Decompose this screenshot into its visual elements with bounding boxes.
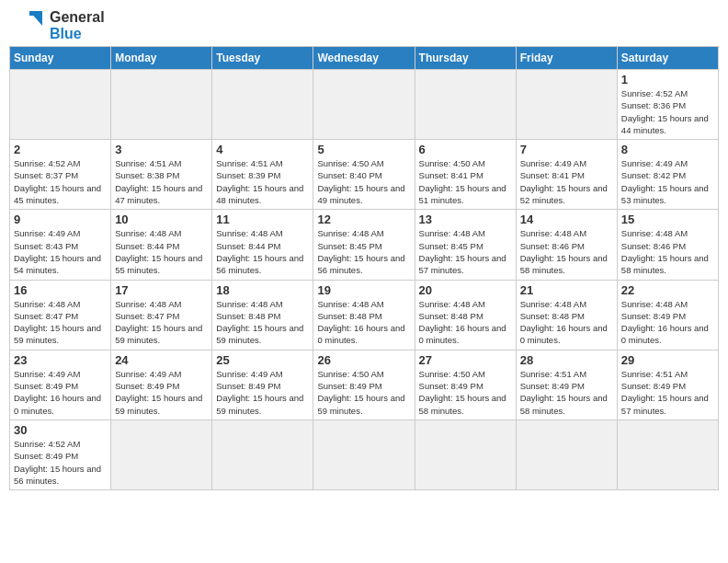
day-number: 18	[216, 283, 309, 297]
calendar-cell: 1Sunrise: 4:52 AM Sunset: 8:36 PM Daylig…	[617, 70, 718, 140]
calendar-cell: 30Sunrise: 4:52 AM Sunset: 8:49 PM Dayli…	[10, 419, 111, 489]
day-number: 4	[216, 143, 309, 156]
day-number: 30	[14, 423, 107, 437]
day-number: 26	[317, 353, 410, 367]
calendar-cell: 16Sunrise: 4:48 AM Sunset: 8:47 PM Dayli…	[10, 280, 111, 350]
column-header-tuesday: Tuesday	[212, 47, 313, 70]
day-number: 8	[621, 143, 714, 156]
day-info: Sunrise: 4:48 AM Sunset: 8:44 PM Dayligh…	[216, 227, 309, 276]
day-info: Sunrise: 4:49 AM Sunset: 8:41 PM Dayligh…	[520, 157, 613, 206]
calendar-cell	[415, 70, 516, 140]
calendar-cell: 19Sunrise: 4:48 AM Sunset: 8:48 PM Dayli…	[313, 280, 415, 350]
day-number: 19	[317, 283, 410, 297]
calendar-cell: 8Sunrise: 4:49 AM Sunset: 8:42 PM Daylig…	[617, 140, 718, 210]
day-number: 9	[14, 213, 107, 226]
day-info: Sunrise: 4:48 AM Sunset: 8:45 PM Dayligh…	[317, 227, 410, 276]
day-number: 10	[115, 213, 208, 226]
calendar-cell	[516, 419, 617, 489]
calendar-cell: 23Sunrise: 4:49 AM Sunset: 8:49 PM Dayli…	[10, 350, 111, 419]
svg-rect-1	[29, 11, 42, 16]
logo-text: GeneralBlue	[50, 9, 105, 41]
day-number: 11	[216, 213, 309, 226]
calendar-cell	[212, 419, 313, 489]
column-header-friday: Friday	[516, 47, 617, 70]
day-number: 21	[520, 283, 613, 297]
calendar-cell: 25Sunrise: 4:49 AM Sunset: 8:49 PM Dayli…	[212, 350, 313, 419]
calendar-cell: 14Sunrise: 4:48 AM Sunset: 8:46 PM Dayli…	[516, 210, 617, 280]
day-info: Sunrise: 4:48 AM Sunset: 8:45 PM Dayligh…	[419, 227, 512, 276]
calendar-cell: 29Sunrise: 4:51 AM Sunset: 8:49 PM Dayli…	[617, 350, 718, 419]
calendar-cell	[313, 419, 415, 489]
logo-svg	[9, 9, 46, 42]
day-number: 29	[621, 353, 714, 367]
day-info: Sunrise: 4:48 AM Sunset: 8:47 PM Dayligh…	[115, 298, 208, 347]
day-info: Sunrise: 4:48 AM Sunset: 8:48 PM Dayligh…	[520, 298, 613, 347]
day-info: Sunrise: 4:48 AM Sunset: 8:46 PM Dayligh…	[520, 227, 613, 276]
calendar-cell	[617, 419, 718, 489]
day-info: Sunrise: 4:52 AM Sunset: 8:49 PM Dayligh…	[14, 438, 107, 487]
calendar-cell: 2Sunrise: 4:52 AM Sunset: 8:37 PM Daylig…	[10, 140, 111, 210]
day-info: Sunrise: 4:50 AM Sunset: 8:49 PM Dayligh…	[419, 368, 512, 417]
calendar-cell: 9Sunrise: 4:49 AM Sunset: 8:43 PM Daylig…	[10, 210, 111, 280]
day-info: Sunrise: 4:50 AM Sunset: 8:40 PM Dayligh…	[317, 157, 410, 206]
calendar-cell: 10Sunrise: 4:48 AM Sunset: 8:44 PM Dayli…	[111, 210, 212, 280]
day-info: Sunrise: 4:49 AM Sunset: 8:49 PM Dayligh…	[115, 368, 208, 417]
calendar-cell	[415, 419, 516, 489]
day-number: 28	[520, 353, 613, 367]
calendar-cell: 24Sunrise: 4:49 AM Sunset: 8:49 PM Dayli…	[111, 350, 212, 419]
day-info: Sunrise: 4:49 AM Sunset: 8:43 PM Dayligh…	[14, 227, 107, 276]
calendar-cell: 11Sunrise: 4:48 AM Sunset: 8:44 PM Dayli…	[212, 210, 313, 280]
day-info: Sunrise: 4:52 AM Sunset: 8:37 PM Dayligh…	[14, 157, 107, 206]
day-info: Sunrise: 4:48 AM Sunset: 8:47 PM Dayligh…	[14, 298, 107, 347]
calendar-cell: 28Sunrise: 4:51 AM Sunset: 8:49 PM Dayli…	[516, 350, 617, 419]
day-number: 20	[419, 283, 512, 297]
day-info: Sunrise: 4:50 AM Sunset: 8:41 PM Dayligh…	[419, 157, 512, 206]
logo-general-text: General	[50, 9, 105, 26]
day-number: 12	[317, 213, 410, 226]
day-number: 22	[621, 283, 714, 297]
calendar-cell: 21Sunrise: 4:48 AM Sunset: 8:48 PM Dayli…	[516, 280, 617, 350]
day-number: 2	[14, 143, 107, 156]
day-info: Sunrise: 4:51 AM Sunset: 8:49 PM Dayligh…	[520, 368, 613, 417]
day-info: Sunrise: 4:51 AM Sunset: 8:39 PM Dayligh…	[216, 157, 309, 206]
day-number: 6	[419, 143, 512, 156]
calendar-cell: 26Sunrise: 4:50 AM Sunset: 8:49 PM Dayli…	[313, 350, 415, 419]
day-info: Sunrise: 4:48 AM Sunset: 8:46 PM Dayligh…	[621, 227, 714, 276]
column-header-thursday: Thursday	[415, 47, 516, 70]
logo-blue-text: Blue	[50, 26, 105, 42]
day-number: 27	[419, 353, 512, 367]
calendar-cell: 12Sunrise: 4:48 AM Sunset: 8:45 PM Dayli…	[313, 210, 415, 280]
calendar-cell: 6Sunrise: 4:50 AM Sunset: 8:41 PM Daylig…	[415, 140, 516, 210]
day-info: Sunrise: 4:49 AM Sunset: 8:49 PM Dayligh…	[216, 368, 309, 417]
calendar-cell: 4Sunrise: 4:51 AM Sunset: 8:39 PM Daylig…	[212, 140, 313, 210]
page-header: GeneralBlue	[9, 9, 719, 42]
day-info: Sunrise: 4:48 AM Sunset: 8:48 PM Dayligh…	[419, 298, 512, 347]
day-number: 25	[216, 353, 309, 367]
day-info: Sunrise: 4:48 AM Sunset: 8:49 PM Dayligh…	[621, 298, 714, 347]
day-number: 17	[115, 283, 208, 297]
day-info: Sunrise: 4:49 AM Sunset: 8:49 PM Dayligh…	[14, 368, 107, 417]
calendar-cell: 5Sunrise: 4:50 AM Sunset: 8:40 PM Daylig…	[313, 140, 415, 210]
day-number: 3	[115, 143, 208, 156]
day-number: 7	[520, 143, 613, 156]
calendar-cell: 13Sunrise: 4:48 AM Sunset: 8:45 PM Dayli…	[415, 210, 516, 280]
calendar-table: SundayMondayTuesdayWednesdayThursdayFrid…	[9, 46, 719, 490]
calendar-cell	[111, 419, 212, 489]
calendar-cell	[516, 70, 617, 140]
calendar-cell: 15Sunrise: 4:48 AM Sunset: 8:46 PM Dayli…	[617, 210, 718, 280]
day-number: 14	[520, 213, 613, 226]
column-header-sunday: Sunday	[10, 47, 111, 70]
day-info: Sunrise: 4:51 AM Sunset: 8:38 PM Dayligh…	[115, 157, 208, 206]
day-info: Sunrise: 4:50 AM Sunset: 8:49 PM Dayligh…	[317, 368, 410, 417]
calendar-cell: 20Sunrise: 4:48 AM Sunset: 8:48 PM Dayli…	[415, 280, 516, 350]
calendar-cell	[313, 70, 415, 140]
calendar-cell: 27Sunrise: 4:50 AM Sunset: 8:49 PM Dayli…	[415, 350, 516, 419]
logo: GeneralBlue	[9, 9, 105, 42]
calendar-cell: 18Sunrise: 4:48 AM Sunset: 8:48 PM Dayli…	[212, 280, 313, 350]
calendar-cell: 3Sunrise: 4:51 AM Sunset: 8:38 PM Daylig…	[111, 140, 212, 210]
calendar-cell	[10, 70, 111, 140]
column-header-saturday: Saturday	[617, 47, 718, 70]
day-number: 16	[14, 283, 107, 297]
day-number: 24	[115, 353, 208, 367]
day-number: 5	[317, 143, 410, 156]
